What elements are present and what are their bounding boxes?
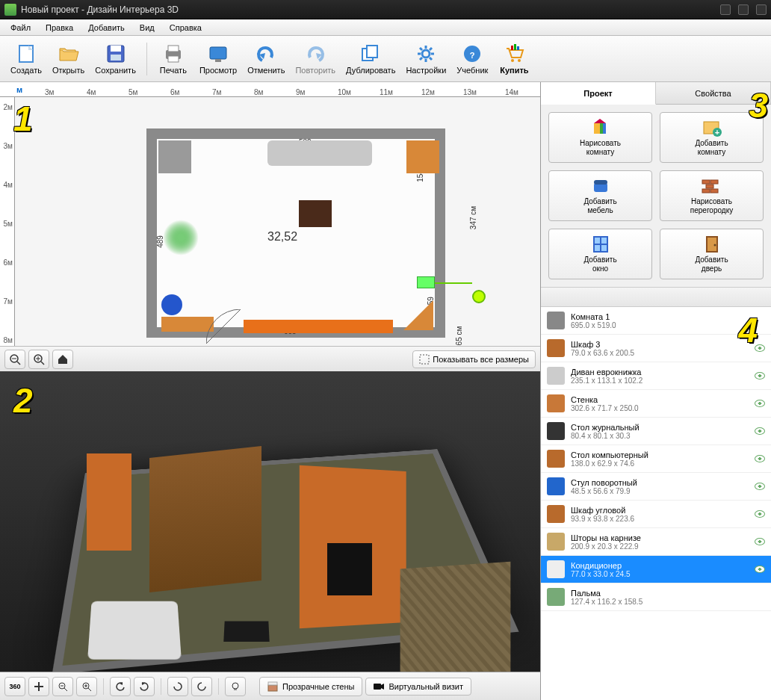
object-dims: 235.1 x 113.1 x 102.2	[571, 377, 749, 385]
action-add-window-button[interactable]: Добавитьокно	[548, 229, 652, 279]
3d-zoom-out-button[interactable]	[52, 677, 73, 696]
menu-edit[interactable]: Правка	[38, 21, 81, 34]
svg-rect-51	[704, 122, 719, 134]
rotate-right-button[interactable]	[134, 677, 155, 696]
svg-rect-60	[710, 189, 718, 193]
toolbar-buy-button[interactable]: Купить	[494, 42, 534, 76]
toolbar-new-button[interactable]: Создать	[6, 42, 46, 76]
object-item[interactable]: Стол журнальный80.4 x 80.1 x 30.3	[541, 418, 771, 445]
toolbar-redo-button[interactable]: Повторить	[291, 42, 340, 76]
action-add-door-button[interactable]: Добавитьдверь	[660, 229, 764, 279]
action-label: Нарисоватькомнату	[580, 139, 621, 157]
object-item[interactable]: Шкаф 379.0 x 63.6 x 200.5	[541, 335, 771, 362]
furn-stenka[interactable]	[244, 320, 393, 333]
draw-room-icon	[589, 118, 613, 137]
visibility-icon[interactable]	[755, 483, 765, 490]
visibility-icon[interactable]	[755, 372, 765, 380]
svg-text:+: +	[714, 128, 719, 137]
object-thumb	[547, 422, 565, 440]
maximize-button[interactable]	[738, 4, 749, 15]
furn-sofa-top[interactable]	[267, 140, 372, 166]
object-item[interactable]: Шторы на карнизе200.9 x 20.3 x 222.9	[541, 528, 771, 556]
redo-icon	[303, 43, 327, 64]
3d-view[interactable]: 2 360 Прозрачные стены	[0, 371, 540, 700]
object-dims: 302.6 x 71.7 x 250.0	[571, 404, 749, 412]
transparent-walls-button[interactable]: Прозрачные стены	[259, 677, 362, 696]
toolbar-settings-button[interactable]: Настройки	[401, 42, 450, 76]
object-item[interactable]: Стенка302.6 x 71.7 x 250.0	[541, 390, 771, 418]
ruler-h-tick: 4м	[87, 88, 96, 96]
toolbar-open-button[interactable]: Открыть	[48, 42, 89, 76]
menu-help[interactable]: Справка	[162, 21, 209, 34]
object-list[interactable]: 4 Комната 1695.0 x 519.0Шкаф 379.0 x 63.…	[541, 307, 771, 700]
zoom-out-button[interactable]	[4, 350, 25, 369]
plan-canvas[interactable]: 32,52 582 347 см 154 489 665 95 159 65 с…	[15, 97, 540, 346]
visibility-icon[interactable]	[755, 566, 765, 573]
object-item[interactable]: Диван еврокнижка235.1 x 113.1 x 102.2	[541, 362, 771, 390]
object-item[interactable]: Стол компьютерный138.0 x 62.9 x 74.6	[541, 445, 771, 473]
furn-palm[interactable]	[160, 217, 202, 258]
object-dims: 48.5 x 56.6 x 79.9	[571, 487, 749, 495]
object-item[interactable]: Стул поворотный48.5 x 56.6 x 79.9	[541, 473, 771, 501]
svg-line-16	[420, 48, 422, 50]
visibility-icon[interactable]	[755, 400, 765, 407]
show-all-sizes-button[interactable]: Показывать все размеры	[412, 350, 536, 368]
plan-view[interactable]: м 3м4м5м6м7м8м9м10м11м12м13м14м 2м3м4м5м…	[0, 82, 540, 371]
svg-point-52	[713, 128, 722, 137]
furn-desk[interactable]	[161, 317, 214, 332]
toolbar-print-button[interactable]: Печать	[153, 42, 193, 76]
light-button[interactable]	[225, 677, 246, 696]
svg-point-20	[464, 46, 480, 62]
visibility-icon[interactable]	[755, 427, 765, 435]
minimize-button[interactable]	[720, 4, 731, 15]
svg-rect-10	[367, 46, 377, 58]
furn-ac-selected[interactable]	[417, 276, 435, 288]
action-draw-room-button[interactable]: Нарисоватькомнату	[548, 112, 652, 163]
close-button[interactable]	[756, 4, 767, 15]
toolbar-undo-button[interactable]: Отменить	[243, 42, 289, 76]
object-dims: 93.9 x 93.8 x 223.6	[571, 515, 749, 523]
add-window-icon	[589, 235, 613, 254]
furn-table[interactable]	[299, 200, 332, 227]
zoom-in-button[interactable]	[28, 350, 49, 369]
toolbar-save-button[interactable]: Сохранить	[90, 42, 140, 76]
menu-add[interactable]: Добавить	[81, 21, 132, 34]
object-item[interactable]: Кондиционер77.0 x 33.0 x 24.5	[541, 556, 771, 583]
action-add-furn-button[interactable]: Добавитьмебель	[548, 170, 652, 221]
tab-project[interactable]: Проект	[541, 82, 656, 105]
control-handle[interactable]	[472, 290, 486, 303]
rotate-cw-button[interactable]	[167, 677, 188, 696]
svg-rect-7	[210, 47, 226, 59]
toolbar-view-button[interactable]: Просмотр	[195, 42, 241, 76]
object-name: Шкаф 3	[571, 340, 749, 349]
furn-shkaf2[interactable]	[406, 140, 439, 173]
3d-zoom-in-button[interactable]	[76, 677, 97, 696]
rotate-ccw-button[interactable]	[191, 677, 212, 696]
toolbar-tutorial-button[interactable]: ?Учебник	[452, 42, 492, 76]
svg-rect-3	[111, 55, 121, 61]
visibility-icon[interactable]	[755, 455, 765, 462]
furn-shkaf1[interactable]	[158, 140, 191, 173]
visibility-icon[interactable]	[755, 510, 765, 518]
home-button[interactable]	[52, 350, 73, 369]
toolbar-dup-button[interactable]: Дублировать	[341, 42, 400, 76]
object-dims: 127.4 x 116.2 x 158.5	[571, 598, 765, 606]
menu-file[interactable]: Файл	[3, 21, 38, 34]
menu-view[interactable]: Вид	[132, 21, 162, 34]
ruler-h-tick: 9м	[296, 88, 305, 96]
virtual-visit-label: Виртуальный визит	[388, 682, 463, 691]
object-item[interactable]: Комната 1695.0 x 519.0	[541, 307, 771, 335]
pan-button[interactable]	[28, 677, 49, 696]
object-item[interactable]: Шкаф угловой93.9 x 93.8 x 223.6	[541, 501, 771, 528]
visibility-icon[interactable]	[755, 538, 765, 545]
action-label: Добавитьмебель	[583, 197, 616, 215]
furn-chair[interactable]	[161, 294, 182, 315]
action-draw-wall-button[interactable]: Нарисоватьперегородку	[660, 170, 764, 221]
virtual-visit-button[interactable]: Виртуальный визит	[365, 678, 471, 696]
open-icon	[57, 43, 81, 64]
svg-rect-1	[108, 46, 124, 62]
rotate-360-button[interactable]: 360	[4, 677, 25, 696]
plan-footer: Показывать все размеры	[0, 346, 540, 371]
object-item[interactable]: Пальма127.4 x 116.2 x 158.5	[541, 583, 771, 611]
rotate-left-button[interactable]	[110, 677, 131, 696]
